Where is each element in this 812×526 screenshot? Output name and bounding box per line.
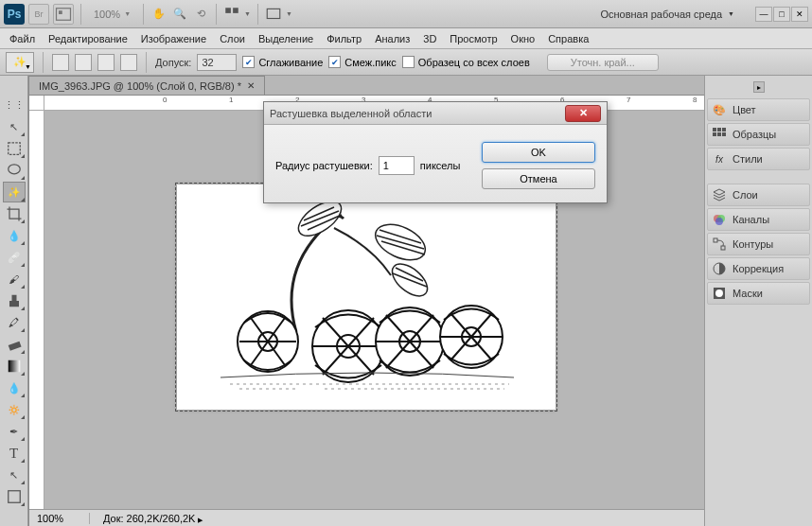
menu-window[interactable]: Окно [511, 33, 536, 44]
feather-unit-label: пикселы [420, 160, 461, 171]
separator [216, 4, 217, 25]
separator [257, 4, 258, 25]
gradient-tool[interactable] [3, 356, 26, 377]
menu-layer[interactable]: Слои [220, 33, 245, 44]
rotate-view-icon[interactable]: ⟲ [192, 6, 209, 23]
cancel-button[interactable]: Отмена [482, 168, 595, 189]
maximize-button[interactable]: □ [773, 7, 790, 22]
eraser-tool[interactable] [3, 334, 26, 355]
panel-styles[interactable]: fxСтили [707, 148, 810, 170]
svg-rect-1 [59, 10, 62, 14]
eyedropper-tool[interactable]: 💧 [3, 225, 26, 246]
svg-rect-2 [225, 8, 231, 13]
crop-tool[interactable] [3, 203, 26, 224]
dialog-titlebar[interactable]: Растушевка выделенной области ✕ [264, 102, 607, 125]
svg-rect-24 [717, 128, 721, 132]
selection-new-icon[interactable] [52, 54, 69, 71]
menu-select[interactable]: Выделение [258, 33, 313, 44]
fx-icon: fx [712, 151, 727, 167]
menu-edit[interactable]: Редактирование [48, 33, 128, 44]
status-doc-size[interactable]: Док: 260,2K/260,2K ▶ [103, 513, 203, 524]
sketch-image [183, 190, 550, 404]
svg-rect-11 [8, 491, 20, 503]
menubar: Файл Редактирование Изображение Слои Выд… [0, 28, 812, 49]
panel-swatches[interactable]: Образцы [707, 123, 810, 146]
masks-icon [712, 286, 727, 301]
feather-radius-label: Радиус растушевки: [275, 160, 373, 171]
bridge-button[interactable]: Br [28, 4, 49, 25]
contiguous-checkbox[interactable]: ✔Смеж.пикс [328, 56, 396, 68]
panel-color[interactable]: 🎨Цвет [707, 98, 810, 121]
healing-brush-tool[interactable]: 🩹 [3, 247, 26, 268]
ruler-vertical[interactable] [29, 111, 44, 526]
window-controls: — □ ✕ [755, 7, 808, 22]
minimize-button[interactable]: — [755, 7, 772, 22]
hand-tool-icon[interactable]: ✋ [150, 6, 168, 23]
close-button[interactable]: ✕ [791, 7, 808, 22]
panel-masks[interactable]: Маски [707, 282, 810, 305]
feather-dialog: Растушевка выделенной области ✕ Радиус р… [263, 101, 608, 203]
panel-collapse-icon[interactable]: ▸ [753, 81, 765, 93]
selection-intersect-icon[interactable] [120, 54, 137, 71]
panel-paths[interactable]: Контуры [707, 233, 810, 255]
tab-close-icon[interactable]: ✕ [247, 80, 255, 91]
dodge-tool[interactable]: 🔅 [3, 399, 26, 420]
svg-rect-4 [267, 9, 280, 18]
panel-adjustments[interactable]: Коррекция [707, 257, 810, 280]
layers-icon [712, 187, 727, 202]
marquee-tool[interactable] [3, 138, 26, 159]
menu-filter[interactable]: Фильтр [327, 33, 362, 44]
menu-view[interactable]: Просмотр [450, 33, 497, 44]
feather-radius-input[interactable] [379, 156, 415, 175]
status-zoom[interactable]: 100% [33, 513, 90, 524]
separator [143, 4, 144, 25]
clone-stamp-tool[interactable] [3, 290, 26, 311]
type-tool[interactable]: T [3, 443, 26, 464]
menu-file[interactable]: Файл [9, 33, 35, 44]
selection-subtract-icon[interactable] [97, 54, 115, 71]
tool-preset-picker[interactable]: ✨▼ [6, 52, 34, 73]
refine-edge-button[interactable]: Уточн. край... [547, 54, 659, 71]
statusbar: 100% Док: 260,2K/260,2K ▶ [29, 509, 704, 526]
svg-rect-27 [717, 132, 721, 136]
svg-rect-0 [57, 8, 71, 20]
menu-analysis[interactable]: Анализ [375, 33, 410, 44]
app-window: Ps Br 100%▼ ✋ 🔍 ⟲ ▼ ▼ Основная рабочая с… [0, 0, 812, 526]
document-tabs: IMG_3963.JPG @ 100% (Слой 0, RGB/8) * ✕ [28, 76, 265, 95]
brush-tool[interactable]: 🖌 [3, 269, 26, 289]
channels-icon [712, 212, 727, 227]
workspace-switcher[interactable]: Основная рабочая среда▼ [592, 9, 742, 20]
document-tab[interactable]: IMG_3963.JPG @ 100% (Слой 0, RGB/8) * ✕ [28, 76, 265, 95]
mini-bridge-button[interactable] [53, 4, 74, 25]
magic-wand-tool[interactable]: ✨ [3, 182, 26, 202]
adjustments-icon [712, 261, 727, 276]
path-selection-tool[interactable]: ↖ [3, 465, 26, 485]
document-canvas[interactable] [177, 184, 556, 410]
pen-tool[interactable]: ✒ [3, 421, 26, 442]
lasso-tool[interactable] [3, 160, 26, 181]
ps-logo-icon: Ps [4, 4, 25, 25]
panel-layers[interactable]: Слои [707, 184, 810, 206]
menu-image[interactable]: Изображение [141, 33, 206, 44]
shape-tool[interactable] [3, 486, 26, 507]
history-brush-tool[interactable]: 🖍 [3, 312, 26, 333]
zoom-display[interactable]: 100%▼ [88, 9, 136, 20]
tolerance-input[interactable] [197, 54, 237, 71]
ok-button[interactable]: OK [482, 142, 595, 163]
move-tool[interactable]: ↖ [3, 116, 26, 137]
menu-3d[interactable]: 3D [423, 33, 436, 44]
zoom-tool-icon[interactable]: 🔍 [171, 6, 188, 23]
screen-mode-icon[interactable] [265, 6, 282, 23]
arrange-docs-icon[interactable] [223, 6, 240, 23]
blur-tool[interactable]: 💧 [3, 377, 26, 398]
separator [43, 52, 44, 73]
antialias-checkbox[interactable]: ✔Сглаживание [242, 56, 323, 68]
selection-add-icon[interactable] [75, 54, 92, 71]
ruler-origin[interactable] [29, 96, 44, 111]
menu-help[interactable]: Справка [548, 33, 589, 44]
dialog-close-button[interactable]: ✕ [565, 105, 601, 122]
all-layers-checkbox[interactable]: Образец со всех слоев [402, 56, 530, 68]
options-bar: ✨▼ Допуск: ✔Сглаживание ✔Смеж.пикс Образ… [0, 49, 812, 76]
panel-channels[interactable]: Каналы [707, 208, 810, 231]
grip-icon[interactable]: ⋮⋮ [3, 95, 26, 115]
